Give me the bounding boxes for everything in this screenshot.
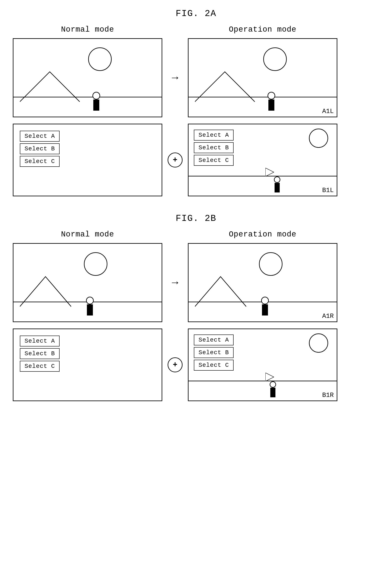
fig2a-left-menu-item-c: Select C xyxy=(20,156,60,167)
figure-2a: FIG. 2A Normal mode Operation mode xyxy=(13,9,379,196)
fig2a-title: FIG. 2A xyxy=(13,9,379,19)
fig2a-tl-sun xyxy=(88,48,112,71)
fig2a-tr-horizon xyxy=(188,97,337,97)
fig2b-tl-person-body xyxy=(87,304,93,315)
fig2b-normal-label: Normal mode xyxy=(61,230,114,239)
svg-marker-1 xyxy=(266,373,274,381)
fig2b-br-horizon xyxy=(188,381,337,381)
fig2a-tl-person-body xyxy=(93,100,99,111)
fig2b-tl-person xyxy=(86,297,94,315)
fig2a-br-pointer xyxy=(266,168,274,176)
fig2b-tr-person xyxy=(261,297,269,315)
fig2b-tl-sun xyxy=(84,252,108,276)
fig2a-tl-person-head xyxy=(92,92,100,100)
fig2b-bottom-right-label: B1R xyxy=(322,391,334,399)
fig2a-top-left-box xyxy=(13,38,162,117)
fig2a-top-arrow: → xyxy=(172,72,178,84)
fig2a-br-person xyxy=(274,176,280,193)
fig2b-tl-mountain xyxy=(20,274,88,309)
fig2a-br-person-head xyxy=(274,176,280,183)
fig2b-br-person-body xyxy=(270,388,276,397)
fig2a-tr-person xyxy=(268,92,275,111)
fig2a-tl-horizon xyxy=(14,97,162,97)
fig2a-left-menu: Select A Select B Select C xyxy=(20,131,60,167)
fig2a-normal-label: Normal mode xyxy=(61,25,114,34)
fig2b-top-right-label: A1R xyxy=(322,312,334,320)
fig2b-right-menu: Select A Select B Select C xyxy=(194,334,234,371)
fig2b-bottom-left-box: Select A Select B Select C xyxy=(13,329,162,401)
fig2a-right-menu-item-b: Select B xyxy=(194,142,234,153)
fig2a-bottom-left-box: Select A Select B Select C xyxy=(13,124,162,196)
fig2b-left-menu: Select A Select B Select C xyxy=(20,336,60,372)
fig2b-tr-mountain xyxy=(195,274,263,309)
fig2b-operation-label: Operation mode xyxy=(229,230,296,239)
fig2b-tl-person-head xyxy=(86,297,94,304)
fig2b-bottom-right-box: Select A Select B Select C B1R xyxy=(188,329,337,401)
fig2b-top-left-scene xyxy=(14,244,162,321)
fig2a-top-left-scene xyxy=(14,39,162,117)
fig2a-br-person-body xyxy=(274,183,280,193)
fig2a-right-menu-item-c: Select C xyxy=(194,155,234,166)
fig2b-left-menu-item-c: Select C xyxy=(20,361,60,372)
fig2b-top-right-scene xyxy=(188,244,337,321)
fig2b-br-person xyxy=(270,381,276,397)
fig2a-br-circle xyxy=(309,129,328,148)
fig2a-tl-person xyxy=(92,92,100,111)
fig2a-left-menu-item-a: Select A xyxy=(20,131,60,142)
fig2b-title: FIG. 2B xyxy=(13,213,379,224)
fig2a-br-horizon xyxy=(188,176,337,176)
fig2b-tr-person-head xyxy=(261,297,269,304)
fig2a-bottom-right-box: Select A Select B Select C B1L xyxy=(188,124,337,196)
fig2b-tr-sun xyxy=(259,252,282,276)
fig2a-tr-person-body xyxy=(268,100,274,111)
figure-2b: FIG. 2B Normal mode Operation mode xyxy=(13,213,379,401)
fig2b-right-menu-item-c: Select C xyxy=(194,360,234,371)
fig2a-top-right-label: A1L xyxy=(322,108,334,115)
fig2a-top-right-scene xyxy=(188,39,337,117)
fig2b-top-right-box: A1R xyxy=(188,243,337,322)
fig2b-tr-person-body xyxy=(262,304,268,315)
fig2a-top-right-box: A1L xyxy=(188,38,337,117)
fig2a-tr-sun xyxy=(263,48,287,71)
fig2b-br-circle xyxy=(309,333,328,353)
fig2b-left-menu-item-a: Select A xyxy=(20,336,60,346)
fig2a-right-menu: Select A Select B Select C xyxy=(194,130,234,166)
fig2b-right-menu-item-b: Select B xyxy=(194,347,234,358)
fig2a-bottom-right-label: B1L xyxy=(322,187,334,194)
fig2a-right-menu-item-a: Select A xyxy=(194,130,234,141)
fig2b-top-left-box xyxy=(13,243,162,322)
fig2b-right-menu-item-a: Select A xyxy=(194,334,234,345)
svg-marker-0 xyxy=(266,168,274,176)
fig2a-tl-mountain xyxy=(20,70,97,104)
fig2b-br-pointer xyxy=(266,373,274,381)
fig2b-bottom-arrow: + xyxy=(168,357,182,372)
fig2a-bottom-arrow: + xyxy=(168,153,182,168)
fig2b-left-menu-item-b: Select B xyxy=(20,348,60,359)
fig2b-top-arrow: → xyxy=(172,277,178,289)
fig2a-left-menu-item-b: Select B xyxy=(20,143,60,154)
fig2a-tr-mountain xyxy=(195,70,272,104)
fig2a-operation-label: Operation mode xyxy=(229,25,296,34)
fig2b-br-person-head xyxy=(270,381,276,388)
fig2a-tr-person-head xyxy=(268,92,275,100)
